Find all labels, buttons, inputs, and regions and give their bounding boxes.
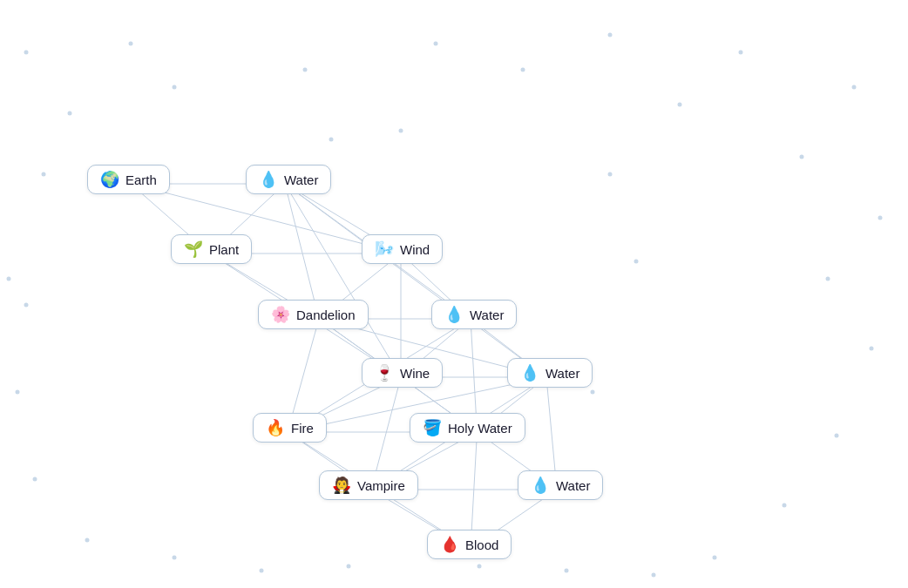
node-icon-holywater: 🪣 xyxy=(423,420,442,436)
node-icon-earth: 🌍 xyxy=(100,172,119,187)
node-label-water3: Water xyxy=(545,366,579,381)
svg-line-43 xyxy=(285,184,546,377)
svg-point-30 xyxy=(608,172,613,177)
node-icon-fire: 🔥 xyxy=(266,420,285,436)
svg-point-29 xyxy=(399,129,403,133)
node-icon-water1: 💧 xyxy=(259,172,278,187)
svg-point-1 xyxy=(68,112,72,116)
svg-line-42 xyxy=(285,184,401,377)
node-label-holywater: Holy Water xyxy=(448,421,512,436)
node-label-earth: Earth xyxy=(125,172,157,187)
svg-point-25 xyxy=(33,477,37,482)
svg-point-17 xyxy=(713,556,717,560)
svg-point-8 xyxy=(678,103,682,107)
node-icon-wind: 🌬️ xyxy=(375,241,394,257)
svg-line-40 xyxy=(285,184,319,319)
svg-point-15 xyxy=(835,434,839,438)
node-fire[interactable]: 🔥Fire xyxy=(253,413,327,443)
node-holywater[interactable]: 🪣Holy Water xyxy=(410,413,525,443)
node-blood[interactable]: 🩸Blood xyxy=(427,530,512,559)
node-label-water2: Water xyxy=(470,308,504,322)
svg-point-28 xyxy=(7,277,11,281)
svg-point-33 xyxy=(329,138,334,142)
node-icon-wine: 🍷 xyxy=(375,365,394,381)
svg-point-3 xyxy=(173,85,177,90)
svg-point-21 xyxy=(347,564,351,569)
svg-point-18 xyxy=(652,573,656,578)
node-label-wind: Wind xyxy=(400,242,430,257)
node-wine[interactable]: 🍷Wine xyxy=(362,358,443,388)
node-icon-blood: 🩸 xyxy=(440,537,459,552)
node-label-blood: Blood xyxy=(465,537,498,552)
node-label-dandelion: Dandelion xyxy=(296,308,356,322)
node-label-water1: Water xyxy=(284,172,318,187)
svg-point-13 xyxy=(826,277,830,281)
svg-point-10 xyxy=(800,155,804,159)
svg-point-14 xyxy=(870,347,874,351)
svg-point-6 xyxy=(521,68,525,72)
node-icon-water4: 💧 xyxy=(531,477,550,493)
svg-point-31 xyxy=(634,260,639,264)
svg-point-0 xyxy=(24,51,29,55)
node-vampire[interactable]: 🧛Vampire xyxy=(319,470,418,500)
svg-point-2 xyxy=(129,42,133,46)
svg-point-5 xyxy=(434,42,438,46)
node-earth[interactable]: 🌍Earth xyxy=(87,165,170,194)
node-label-fire: Fire xyxy=(291,421,314,436)
node-dandelion[interactable]: 🌸Dandelion xyxy=(258,300,369,329)
svg-point-27 xyxy=(24,303,29,308)
svg-point-9 xyxy=(739,51,743,55)
node-icon-water3: 💧 xyxy=(520,365,539,381)
node-water1[interactable]: 💧Water xyxy=(246,165,331,194)
node-icon-vampire: 🧛 xyxy=(332,477,351,493)
svg-point-12 xyxy=(878,216,883,220)
node-label-water4: Water xyxy=(556,478,590,493)
svg-point-23 xyxy=(173,556,177,560)
svg-point-4 xyxy=(42,172,46,177)
svg-point-20 xyxy=(478,564,482,569)
svg-point-7 xyxy=(608,33,613,37)
node-water2[interactable]: 💧Water xyxy=(431,300,517,329)
svg-point-16 xyxy=(783,504,787,508)
node-icon-plant: 🌱 xyxy=(184,241,203,257)
svg-point-22 xyxy=(260,569,264,573)
svg-point-19 xyxy=(565,569,569,573)
node-label-wine: Wine xyxy=(400,366,430,381)
node-icon-dandelion: 🌸 xyxy=(271,307,290,322)
svg-point-24 xyxy=(85,538,90,543)
node-label-plant: Plant xyxy=(209,242,239,257)
node-label-vampire: Vampire xyxy=(357,478,405,493)
svg-point-32 xyxy=(591,390,595,395)
node-plant[interactable]: 🌱Plant xyxy=(171,234,252,264)
svg-point-34 xyxy=(303,68,308,72)
node-wind[interactable]: 🌬️Wind xyxy=(362,234,443,264)
node-water3[interactable]: 💧Water xyxy=(507,358,593,388)
svg-point-26 xyxy=(16,390,20,395)
node-icon-water2: 💧 xyxy=(444,307,464,322)
node-water4[interactable]: 💧Water xyxy=(518,470,603,500)
svg-point-11 xyxy=(852,85,857,90)
